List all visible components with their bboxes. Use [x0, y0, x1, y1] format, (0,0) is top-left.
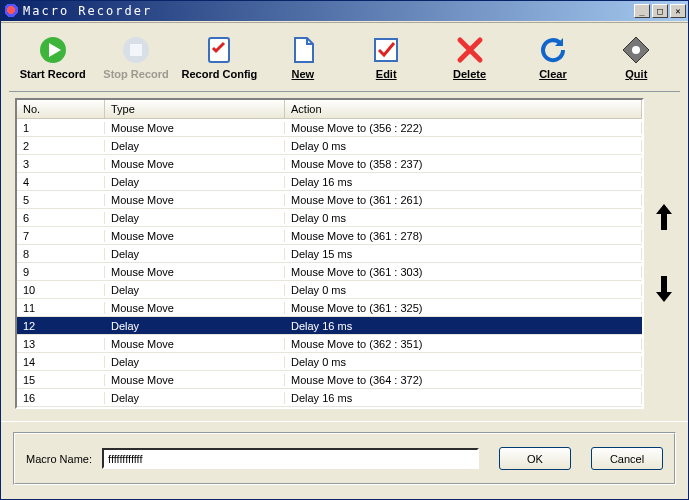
app-icon [5, 4, 19, 18]
close-button[interactable]: ✕ [670, 4, 686, 18]
ok-button[interactable]: OK [499, 447, 571, 470]
record-config-button[interactable]: Record Config [178, 29, 261, 83]
table-row[interactable]: 16DelayDelay 16 ms [17, 389, 642, 407]
footer: Macro Name: OK Cancel [1, 421, 688, 499]
table-row[interactable]: 9Mouse MoveMouse Move to (361 : 303) [17, 263, 642, 281]
table-header[interactable]: No. Type Action [17, 100, 642, 119]
toolbar: Start Record Stop Record Record Config N… [1, 23, 688, 89]
table-row[interactable]: 12DelayDelay 16 ms [17, 317, 642, 335]
table-row[interactable]: 8DelayDelay 15 ms [17, 245, 642, 263]
col-no[interactable]: No. [17, 100, 105, 118]
move-down-button[interactable] [655, 274, 673, 306]
table-row[interactable]: 4DelayDelay 16 ms [17, 173, 642, 191]
refresh-icon [537, 34, 569, 66]
table-row[interactable]: 11Mouse MoveMouse Move to (361 : 325) [17, 299, 642, 317]
table-row[interactable]: 5Mouse MoveMouse Move to (361 : 261) [17, 191, 642, 209]
svg-rect-4 [375, 39, 397, 61]
svg-rect-2 [130, 44, 142, 56]
table-row[interactable]: 1Mouse MoveMouse Move to (356 : 222) [17, 119, 642, 137]
content-frame: No. Type Action 1Mouse MoveMouse Move to… [9, 91, 680, 415]
quit-button[interactable]: Quit [595, 29, 678, 83]
app-window: Macro Recorder _ □ ✕ Start Record Stop R… [0, 0, 689, 500]
table-body[interactable]: 1Mouse MoveMouse Move to (356 : 222)2Del… [17, 119, 642, 407]
table-row[interactable]: 3Mouse MoveMouse Move to (358 : 237) [17, 155, 642, 173]
new-button[interactable]: New [261, 29, 344, 83]
edit-button[interactable]: Edit [345, 29, 428, 83]
arrow-up-icon [655, 202, 673, 232]
play-circle-icon [37, 34, 69, 66]
table-row[interactable]: 7Mouse MoveMouse Move to (361 : 278) [17, 227, 642, 245]
macro-name-input[interactable] [102, 448, 479, 469]
move-up-button[interactable] [655, 202, 673, 234]
macro-table[interactable]: No. Type Action 1Mouse MoveMouse Move to… [15, 98, 644, 409]
table-row[interactable]: 13Mouse MoveMouse Move to (362 : 351) [17, 335, 642, 353]
table-row[interactable]: 14DelayDelay 0 ms [17, 353, 642, 371]
clear-button[interactable]: Clear [511, 29, 594, 83]
delete-button[interactable]: Delete [428, 29, 511, 83]
table-row[interactable]: 15Mouse MoveMouse Move to (364 : 372) [17, 371, 642, 389]
stop-circle-icon [120, 34, 152, 66]
checklist-icon [203, 34, 235, 66]
check-box-icon [370, 34, 402, 66]
maximize-button[interactable]: □ [652, 4, 668, 18]
diamond-icon [620, 34, 652, 66]
x-icon [454, 34, 486, 66]
table-row[interactable]: 2DelayDelay 0 ms [17, 137, 642, 155]
macro-name-label: Macro Name: [26, 453, 92, 465]
minimize-button[interactable]: _ [634, 4, 650, 18]
svg-point-5 [632, 46, 640, 54]
titlebar[interactable]: Macro Recorder _ □ ✕ [1, 1, 688, 21]
col-type[interactable]: Type [105, 100, 285, 118]
col-action[interactable]: Action [285, 100, 642, 118]
cancel-button[interactable]: Cancel [591, 447, 663, 470]
table-row[interactable]: 10DelayDelay 0 ms [17, 281, 642, 299]
start-record-button[interactable]: Start Record [11, 29, 94, 83]
window-title: Macro Recorder [23, 4, 632, 18]
arrow-down-icon [655, 274, 673, 304]
document-icon [287, 34, 319, 66]
table-row[interactable]: 6DelayDelay 0 ms [17, 209, 642, 227]
stop-record-button: Stop Record [94, 29, 177, 83]
